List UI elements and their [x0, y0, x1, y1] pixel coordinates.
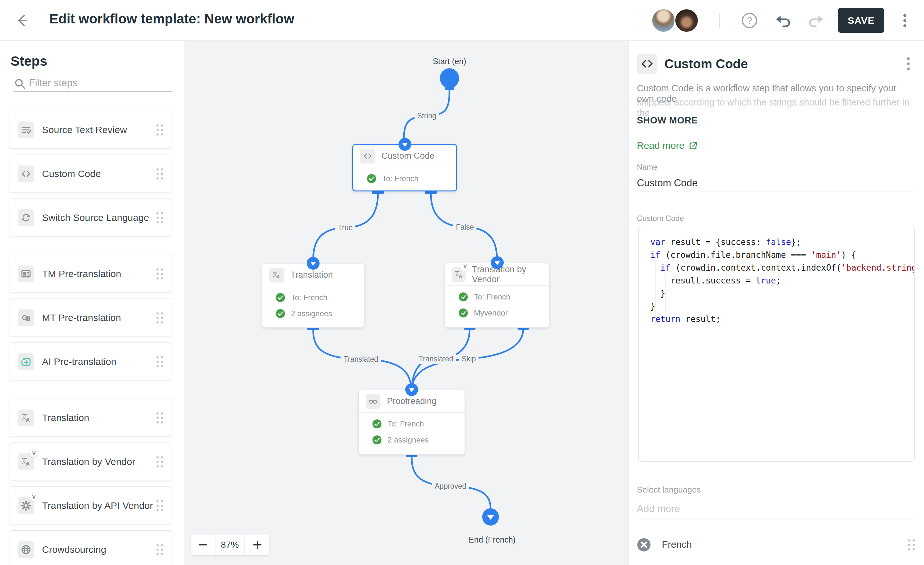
- workflow-node-proofreading[interactable]: Proofreading To: French 2 assignees: [358, 390, 465, 455]
- drag-handle-icon[interactable]: [155, 267, 164, 280]
- step-card-label: Switch Source Language: [42, 199, 149, 237]
- node-input-connector[interactable]: [491, 256, 504, 269]
- step-card-source-text-review[interactable]: Source Text Review: [9, 111, 172, 148]
- node-config-row: To: French: [353, 171, 456, 187]
- drag-handle-icon[interactable]: [155, 411, 164, 424]
- node-title: Translation by Vendor: [472, 265, 549, 285]
- node-input-connector[interactable]: [399, 138, 411, 151]
- step-card-mt-pre-translation[interactable]: G文 MT Pre-translation: [9, 298, 172, 336]
- drag-handle-icon[interactable]: [155, 499, 164, 512]
- filter-steps-input[interactable]: [29, 76, 167, 90]
- step-card-custom-code[interactable]: Custom Code: [9, 154, 172, 192]
- workflow-canvas[interactable]: Start (en) End (French) String True Fals…: [185, 41, 628, 565]
- step-card-crowdsourcing[interactable]: Crowdsourcing: [9, 531, 172, 565]
- canvas-zoom-control: 87%: [190, 535, 269, 555]
- show-more-link[interactable]: SHOW MORE: [637, 115, 698, 126]
- avatar[interactable]: [674, 8, 699, 33]
- header-kebab-menu-icon[interactable]: [897, 12, 912, 30]
- check-circle-icon: [367, 174, 376, 183]
- header-divider: [719, 13, 720, 28]
- mt-pretranslation-icon: G文: [18, 309, 34, 326]
- node-config-text: Myvendor: [474, 309, 507, 318]
- zoom-in-button[interactable]: [245, 535, 269, 555]
- zoom-out-button[interactable]: [190, 535, 214, 555]
- language-name: French: [662, 539, 692, 550]
- code-line: return result;: [650, 313, 915, 325]
- drag-handle-icon[interactable]: [155, 543, 164, 556]
- remove-language-icon[interactable]: [637, 538, 651, 552]
- code-content: var result = {success: false};if (crowdi…: [650, 236, 915, 325]
- back-button[interactable]: [14, 12, 30, 29]
- step-card-label: Translation: [42, 399, 89, 437]
- drag-handle-icon[interactable]: [155, 355, 164, 368]
- drag-handle-icon[interactable]: [155, 211, 164, 224]
- read-more-link[interactable]: Read more: [637, 140, 698, 151]
- code-line: }: [650, 287, 915, 300]
- page-title: Edit workflow template: New workflow: [50, 11, 294, 27]
- step-card-translation[interactable]: 文A Translation: [9, 399, 172, 436]
- svg-text:A: A: [276, 274, 280, 279]
- undo-icon[interactable]: [774, 12, 792, 30]
- step-card-translation-by-api-vendor[interactable]: V Translation by API Vendor: [9, 486, 172, 524]
- node-input-connector[interactable]: [405, 383, 418, 396]
- code-editor[interactable]: var result = {success: false};if (crowdi…: [638, 227, 915, 462]
- edge-label-translated: Translated: [341, 354, 381, 364]
- step-card-translation-by-vendor[interactable]: 文A V Translation by Vendor: [9, 442, 172, 480]
- check-circle-icon: [276, 293, 285, 303]
- vendor-badge: V: [30, 493, 38, 502]
- zoom-level-value: 87%: [214, 535, 245, 555]
- proofreading-icon: [366, 394, 381, 409]
- node-config-text: To: French: [388, 420, 424, 429]
- avatar[interactable]: [651, 8, 676, 33]
- check-circle-icon: [459, 292, 468, 302]
- start-node[interactable]: [440, 68, 459, 88]
- node-input-connector[interactable]: [307, 257, 320, 270]
- drag-handle-icon[interactable]: [155, 455, 164, 468]
- name-field-label: Name: [637, 163, 657, 172]
- step-card-ai-pre-translation[interactable]: AI Pre-translation: [9, 342, 172, 380]
- filter-steps-field[interactable]: [14, 75, 172, 92]
- node-title: Proofreading: [387, 396, 436, 406]
- edge-label-false: False: [453, 222, 476, 232]
- svg-text:文: 文: [27, 316, 30, 321]
- save-button[interactable]: SAVE: [838, 8, 884, 33]
- drag-handle-icon[interactable]: [155, 167, 164, 180]
- start-node-label: Start (en): [433, 57, 466, 66]
- custom-code-icon: [637, 54, 657, 74]
- drag-handle-icon[interactable]: [907, 538, 916, 551]
- step-card-label: Custom Code: [42, 155, 101, 193]
- end-node[interactable]: [482, 508, 499, 526]
- translation-icon: 文A V: [18, 453, 34, 470]
- node-config-text: 2 assignees: [291, 309, 332, 318]
- add-language-input[interactable]: [637, 500, 915, 518]
- workflow-node-translation[interactable]: 文A Translation To: French 2 assignees: [262, 264, 364, 328]
- step-card-label: MT Pre-translation: [42, 299, 121, 337]
- step-card-label: Source Text Review: [42, 111, 127, 149]
- step-card-switch-source-language[interactable]: Switch Source Language: [9, 198, 172, 236]
- external-link-icon: [688, 141, 698, 150]
- name-input[interactable]: [637, 175, 915, 192]
- tm-pretranslation-icon: [18, 265, 34, 282]
- edge-label-string: String: [414, 111, 439, 121]
- edge-label-true: True: [335, 223, 355, 233]
- help-icon[interactable]: ?: [741, 12, 759, 30]
- node-config-row: 2 assignees: [262, 306, 364, 322]
- panel-kebab-menu-icon[interactable]: [902, 55, 915, 73]
- vendor-badge: V: [461, 262, 470, 271]
- edge-label-skip: Skip: [459, 354, 478, 364]
- drag-handle-icon[interactable]: [155, 123, 164, 136]
- drag-handle-icon[interactable]: [155, 311, 164, 324]
- check-circle-icon: [276, 309, 285, 318]
- steps-group-divider: [0, 387, 184, 387]
- step-card-tm-pre-translation[interactable]: TM Pre-translation: [9, 255, 172, 292]
- code-line: if (crowdin.context.context.indexOf('bac…: [650, 261, 915, 274]
- source-text-review-icon: [18, 121, 34, 138]
- select-languages-label: Select languages: [637, 485, 701, 495]
- workflow-node-custom-code[interactable]: Custom Code To: French: [352, 144, 457, 192]
- check-circle-icon: [459, 308, 468, 318]
- svg-text:A: A: [26, 461, 30, 466]
- node-config-text: To: French: [382, 174, 418, 183]
- workflow-node-translation-vendor[interactable]: 文A V Translation by Vendor To: French My…: [445, 263, 550, 328]
- node-config-row: To: French: [445, 289, 549, 305]
- redo-icon[interactable]: [807, 12, 825, 30]
